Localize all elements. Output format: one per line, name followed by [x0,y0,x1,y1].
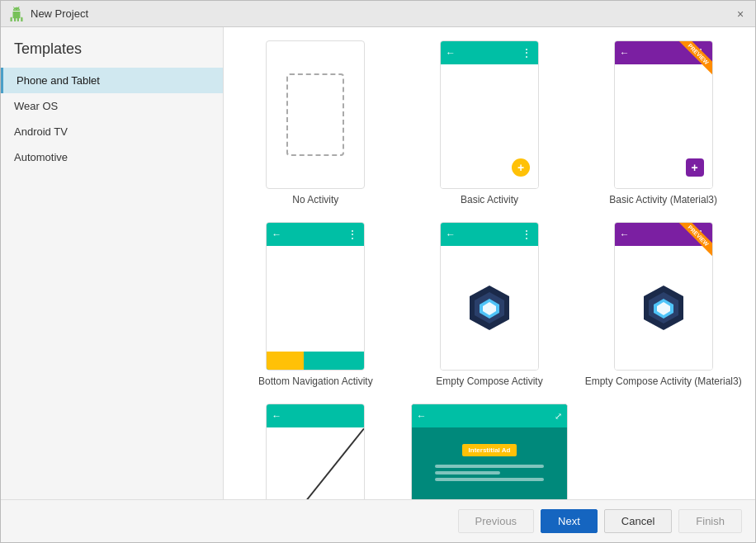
ad-badge: Interstitial Ad [462,444,517,456]
interstitial-header: ← ⤢ [412,404,568,427]
close-button[interactable]: × [734,7,747,21]
menu-dots-bn: ⋮ [347,228,359,241]
main-content: No Activity ← ⋮ + [224,27,755,499]
back-icon: ← [446,47,456,59]
template-empty-compose[interactable]: ← ⋮ [411,222,569,387]
ad-line-3 [435,478,544,481]
compose-header: ← ⋮ [441,223,538,246]
menu-dots-c: ⋮ [521,228,533,241]
compose-hex-icon [468,284,511,332]
compose-m3-label: Empty Compose Activity (Material3) [585,375,742,387]
dashed-rect [286,73,344,156]
compose-body [441,246,538,370]
compose-thumb: ← ⋮ [440,222,539,371]
bottom-nav-thumb: ← ⋮ [266,222,365,371]
bottom-nav-body [267,246,364,352]
fullscreen-thumb-el: ← [266,404,365,499]
template-fullscreen[interactable]: ← Fullscreen Activity [237,404,395,499]
title-bar-left: New Project [9,7,88,21]
previous-button[interactable]: Previous [458,509,535,533]
no-activity-label: No Activity [292,194,338,205]
template-compose-material3[interactable]: ← ⋮ [584,222,742,387]
back-icon-bn: ← [272,229,281,240]
ad-lines [435,465,544,484]
bottom-nav-header: ← ⋮ [267,223,364,246]
preview-banner-2 [673,222,713,262]
sidebar: Templates Phone and Tablet Wear OS Andro… [1,27,224,499]
sidebar-item-wear-os[interactable]: Wear OS [1,93,223,119]
back-icon-fs: ← [272,410,281,422]
sidebar-item-automotive[interactable]: Automotive [1,144,223,170]
back-icon-m3: ← [620,47,630,59]
basic-activity-label: Basic Activity [461,194,518,205]
compose-label: Empty Compose Activity [436,375,542,387]
svg-line-8 [267,428,364,499]
basic-body: + [441,64,538,188]
bottom-nav-accent [267,352,304,370]
fab-purple: + [686,158,704,177]
sidebar-item-android-tv[interactable]: Android TV [1,119,223,144]
interstitial-thumb-el: ← ⤢ Interstitial Ad [411,404,569,499]
compose-m3-thumb: ← ⋮ [614,222,713,371]
template-basic-activity[interactable]: ← ⋮ + Basic Activity [411,40,569,205]
title-bar: New Project × [1,1,755,27]
bottom-nav-bar [267,352,364,370]
next-button[interactable]: Next [541,509,598,533]
basic-phone-mockup: ← ⋮ + [441,41,538,188]
compose-mockup: ← ⋮ [441,223,538,370]
preview-banner-1 [673,40,713,81]
diagonal-line-icon [267,427,364,499]
fab-button: + [512,158,530,177]
back-icon-cm3: ← [620,229,630,240]
fs-body [267,427,364,499]
bottom-nav-mockup: ← ⋮ [267,223,364,370]
back-icon-c: ← [446,229,456,240]
fs-header: ← [267,404,364,427]
template-basic-material3[interactable]: ← ⋮ + Basic Activity (Material3) [584,40,742,205]
basic-material3-label: Basic Activity (Material3) [609,194,717,205]
menu-dots: ⋮ [521,46,533,59]
template-no-activity[interactable]: No Activity [237,40,395,205]
interstitial-body: Interstitial Ad [412,427,568,499]
bottom-nav-label: Bottom Navigation Activity [258,375,373,387]
back-icon-int: ← [417,410,427,422]
fullscreen-mockup: ← [267,404,364,499]
expand-icon: ⤢ [555,411,562,422]
dialog-title: New Project [31,7,88,20]
sidebar-item-phone-tablet[interactable]: Phone and Tablet [1,68,223,93]
ad-line-1 [435,465,544,468]
content-area: Templates Phone and Tablet Wear OS Andro… [1,27,755,499]
templates-grid: No Activity ← ⋮ + [237,40,742,499]
template-bottom-nav[interactable]: ← ⋮ Bottom Navigation Activity [237,222,395,387]
new-project-dialog: New Project × Templates Phone and Tablet… [0,0,756,543]
template-interstitial-ad[interactable]: ← ⤢ Interstitial Ad Interstitia [411,404,569,499]
basic-activity-thumb: ← ⋮ + [440,40,539,189]
sidebar-title: Templates [1,34,223,68]
ad-line-2 [435,471,500,475]
no-activity-thumb [266,40,365,189]
finish-button[interactable]: Finish [678,509,742,533]
basic-material3-thumb: ← ⋮ + [614,40,713,189]
compose-m3-body [615,246,712,370]
android-icon [9,7,24,21]
footer: Previous Next Cancel Finish [1,499,755,542]
material3-body: + [615,64,712,188]
basic-header: ← ⋮ [441,41,538,64]
cancel-button[interactable]: Cancel [604,509,672,533]
compose-hex-icon-m3 [642,284,685,332]
